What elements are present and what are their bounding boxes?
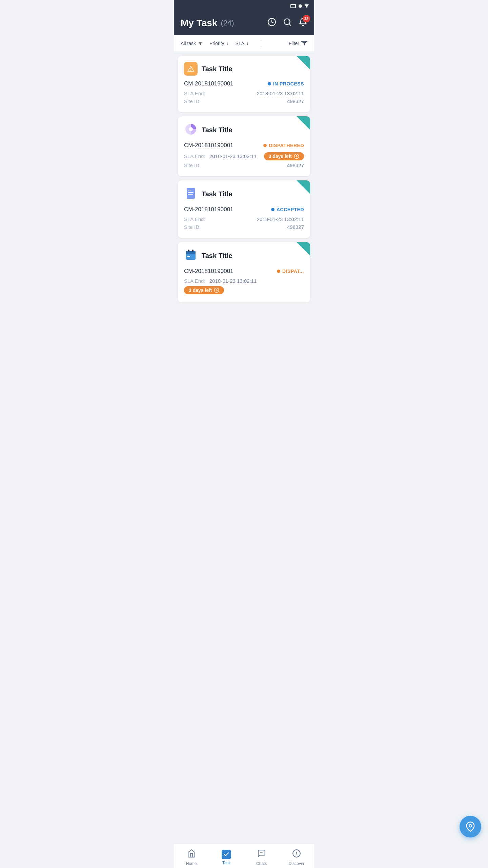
- status-indicator: [277, 270, 280, 273]
- search-button[interactable]: [283, 18, 292, 28]
- task-card[interactable]: P2 Task Title CM-201810190001 DISPATHERE…: [178, 116, 310, 176]
- task-card[interactable]: P3 Task Title CM-201810190001 ACCEPTED S…: [178, 180, 310, 238]
- status-indicator: [268, 82, 271, 85]
- svg-rect-6: [187, 188, 195, 199]
- task-status: ACCEPTED: [271, 207, 304, 212]
- nav-home-label: Home: [186, 861, 197, 866]
- notification-count: 32: [303, 15, 310, 22]
- header-actions: 32: [267, 18, 307, 28]
- notification-button[interactable]: 32: [299, 18, 307, 28]
- task-header: Task Title: [184, 186, 304, 201]
- warning-icon: [184, 62, 198, 76]
- task-title: Task Title: [202, 65, 232, 73]
- svg-rect-13: [192, 250, 194, 252]
- svg-line-2: [289, 24, 291, 25]
- task-card[interactable]: P1 Task Title CM-201810190001 DISPAT...: [178, 242, 310, 302]
- history-button[interactable]: [267, 18, 276, 28]
- bottom-nav: Home Task Chats: [174, 844, 314, 868]
- task-id: CM-201810190001: [184, 80, 233, 87]
- wifi-icon: [305, 4, 309, 8]
- header: My Task (24) 32: [174, 12, 314, 35]
- priority-ribbon: P2: [292, 116, 310, 135]
- task-id: CM-201810190001: [184, 206, 233, 213]
- status-indicator: [271, 208, 274, 211]
- sla-filter[interactable]: SLA ↓: [236, 41, 256, 46]
- task-icon: [222, 850, 231, 859]
- page-title: My Task (24): [181, 18, 234, 28]
- chats-icon: [257, 849, 266, 860]
- site-row: Site ID: 498327: [184, 162, 304, 168]
- document-icon: [184, 186, 198, 201]
- site-row: Site ID: 498327: [184, 224, 304, 230]
- discover-icon: [292, 849, 301, 860]
- task-meta-row: CM-201810190001 IN PROCESS: [184, 80, 304, 87]
- nav-discover[interactable]: Discover: [279, 844, 314, 868]
- priority-ribbon: P3: [292, 180, 310, 199]
- svg-rect-9: [188, 194, 193, 195]
- sla-row: SLA End: 2018-01-23 13:02:11: [184, 278, 304, 284]
- task-meta-row: CM-201810190001 DISPAT...: [184, 268, 304, 275]
- days-left-badge: 3 days left: [264, 152, 304, 160]
- task-meta-row: CM-201810190001 ACCEPTED: [184, 206, 304, 213]
- days-row: 3 days left: [184, 286, 304, 294]
- nav-chats-label: Chats: [256, 861, 267, 866]
- nav-home[interactable]: Home: [174, 844, 209, 868]
- svg-rect-11: [186, 251, 196, 254]
- svg-rect-12: [188, 250, 189, 252]
- svg-rect-8: [188, 192, 194, 193]
- days-left-badge: 3 days left: [184, 286, 224, 294]
- priority-filter[interactable]: Priority ↓: [209, 41, 236, 46]
- task-id: CM-201810190001: [184, 268, 233, 275]
- nav-task[interactable]: Task: [209, 844, 244, 868]
- priority-ribbon: P1: [292, 242, 310, 260]
- status-indicator: [263, 144, 267, 147]
- nav-discover-label: Discover: [289, 861, 305, 866]
- nav-task-label: Task: [222, 861, 231, 865]
- nav-chats[interactable]: Chats: [244, 844, 279, 868]
- battery-icon: [290, 4, 296, 8]
- sla-row: SLA End: 2018-01-23 13:02:11 3 days left: [184, 152, 304, 160]
- task-header: Task Title: [184, 248, 304, 263]
- task-list: P1 Task Title CM-201810190001 IN PROCESS…: [174, 52, 314, 336]
- site-row: Site ID: 498327: [184, 98, 304, 104]
- task-title: Task Title: [202, 126, 232, 134]
- all-task-filter[interactable]: All task ▼: [181, 41, 209, 46]
- task-header: Task Title: [184, 62, 304, 76]
- home-icon: [187, 849, 196, 860]
- svg-point-4: [189, 127, 193, 131]
- task-card[interactable]: P1 Task Title CM-201810190001 IN PROCESS…: [178, 56, 310, 112]
- task-meta-row: CM-201810190001 DISPATHERED: [184, 142, 304, 149]
- task-header: Task Title: [184, 122, 304, 137]
- filter-bar: All task ▼ Priority ↓ SLA ↓ Filter: [174, 35, 314, 52]
- task-status: DISPATHERED: [263, 143, 304, 148]
- task-status: IN PROCESS: [268, 81, 304, 86]
- calendar-icon: [184, 248, 198, 263]
- filter-divider: [261, 40, 261, 47]
- task-status: DISPAT...: [277, 269, 304, 274]
- priority-ribbon: P1: [292, 56, 310, 74]
- status-bar: [174, 0, 314, 12]
- task-title: Task Title: [202, 190, 232, 198]
- sla-row: SLA End: 2018-01-23 13:02:11: [184, 216, 304, 222]
- task-title: Task Title: [202, 252, 232, 260]
- task-id: CM-201810190001: [184, 142, 233, 149]
- sla-row: SLA End: 2018-01-23 13:02:11: [184, 91, 304, 96]
- pie-icon: [184, 122, 198, 137]
- signal-icon: [299, 4, 302, 8]
- svg-rect-7: [188, 191, 191, 191]
- filter-button[interactable]: Filter: [289, 41, 307, 46]
